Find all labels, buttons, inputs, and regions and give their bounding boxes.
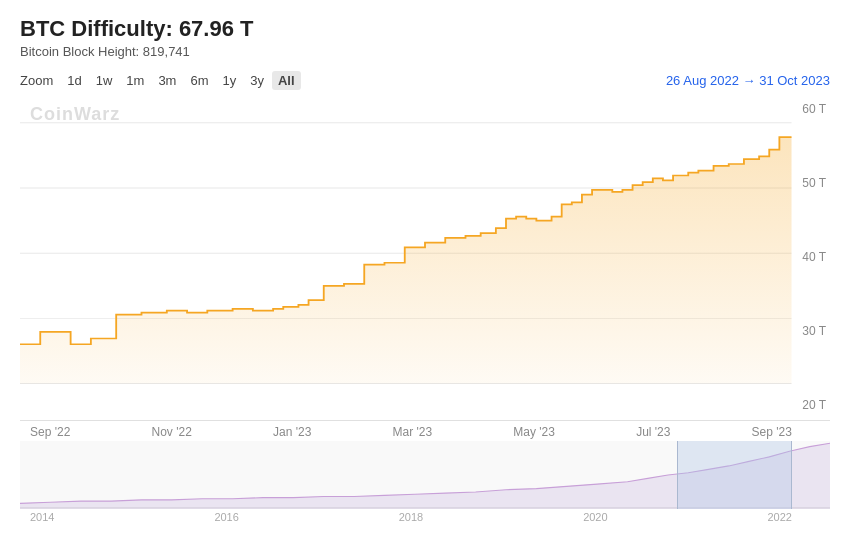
- mini-x-2016: 2016: [214, 511, 238, 523]
- zoom-btn-1y[interactable]: 1y: [217, 71, 243, 90]
- chart-area: CoinWarz 60 T 50 T 40 T 30 T 20 T: [20, 94, 830, 523]
- x-label-sep22: Sep '22: [30, 425, 70, 439]
- x-label-may23: May '23: [513, 425, 555, 439]
- controls-row: Zoom 1d 1w 1m 3m 6m 1y 3y All 26 Aug 202…: [20, 71, 830, 90]
- zoom-btn-3y[interactable]: 3y: [244, 71, 270, 90]
- x-axis-labels: Sep '22 Nov '22 Jan '23 Mar '23 May '23 …: [20, 421, 830, 439]
- header: BTC Difficulty: 67.96 T Bitcoin Block He…: [20, 16, 830, 59]
- date-end: 31 Oct 2023: [759, 73, 830, 88]
- mini-x-labels: 2014 2016 2018 2020 2022: [20, 509, 830, 523]
- x-label-jul23: Jul '23: [636, 425, 670, 439]
- main-chart[interactable]: 60 T 50 T 40 T 30 T 20 T: [20, 94, 830, 421]
- zoom-label: Zoom: [20, 73, 53, 88]
- mini-chart-selection[interactable]: [677, 441, 792, 509]
- main-title: BTC Difficulty: 67.96 T: [20, 16, 830, 42]
- date-arrow: →: [743, 73, 760, 88]
- y-label-30t: 30 T: [796, 324, 826, 338]
- mini-x-2014: 2014: [30, 511, 54, 523]
- zoom-btn-1d[interactable]: 1d: [61, 71, 87, 90]
- y-label-60t: 60 T: [796, 102, 826, 116]
- zoom-btn-1w[interactable]: 1w: [90, 71, 119, 90]
- zoom-btn-1m[interactable]: 1m: [120, 71, 150, 90]
- x-label-jan23: Jan '23: [273, 425, 311, 439]
- zoom-btn-all[interactable]: All: [272, 71, 301, 90]
- x-label-mar23: Mar '23: [392, 425, 432, 439]
- y-label-40t: 40 T: [796, 250, 826, 264]
- page-container: BTC Difficulty: 67.96 T Bitcoin Block He…: [0, 0, 850, 533]
- zoom-btn-6m[interactable]: 6m: [184, 71, 214, 90]
- y-label-50t: 50 T: [796, 176, 826, 190]
- x-label-nov22: Nov '22: [152, 425, 192, 439]
- y-axis-labels: 60 T 50 T 40 T 30 T 20 T: [792, 94, 830, 420]
- mini-x-2022: 2022: [768, 511, 792, 523]
- mini-x-2018: 2018: [399, 511, 423, 523]
- date-range: 26 Aug 2022 → 31 Oct 2023: [666, 73, 830, 88]
- date-start: 26 Aug 2022: [666, 73, 739, 88]
- zoom-controls: Zoom 1d 1w 1m 3m 6m 1y 3y All: [20, 71, 301, 90]
- x-label-sep23: Sep '23: [752, 425, 792, 439]
- zoom-btn-3m[interactable]: 3m: [152, 71, 182, 90]
- subtitle: Bitcoin Block Height: 819,741: [20, 44, 830, 59]
- y-label-20t: 20 T: [796, 398, 826, 412]
- mini-chart[interactable]: [20, 441, 830, 509]
- mini-x-2020: 2020: [583, 511, 607, 523]
